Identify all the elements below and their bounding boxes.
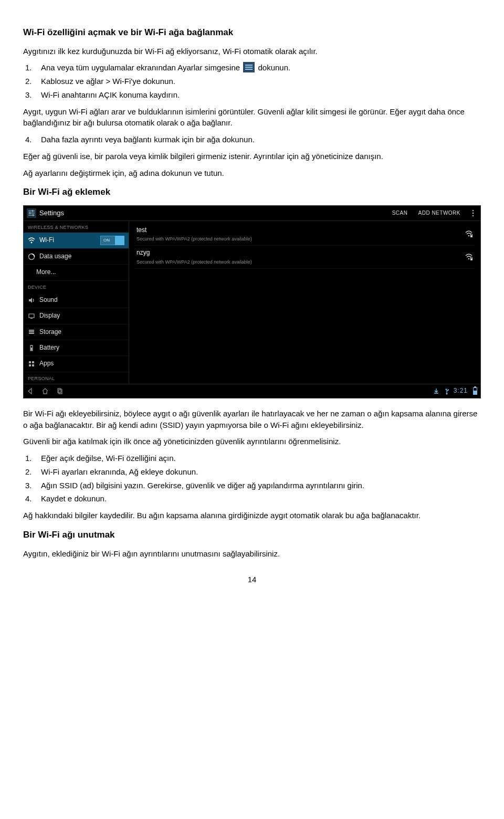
svg-rect-30 xyxy=(470,235,472,237)
svg-rect-33 xyxy=(58,388,61,393)
add-network-button[interactable]: ADD NETWORK xyxy=(413,209,466,217)
toggle-knob xyxy=(115,236,124,245)
apps-icon xyxy=(28,360,35,368)
svg-rect-1 xyxy=(245,65,253,66)
svg-marker-16 xyxy=(29,298,32,303)
network-name: test xyxy=(136,226,465,235)
sidebar-item-wifi[interactable]: Wi-Fi ON xyxy=(24,233,129,249)
svg-rect-7 xyxy=(28,215,35,216)
android-settings-screenshot: Settings SCAN ADD NETWORK WIRELESS & NET… xyxy=(23,205,481,398)
svg-rect-26 xyxy=(32,361,34,363)
step-text: Wi-Fi anahtarını AÇIK konuma kaydırın. xyxy=(41,89,481,101)
svg-rect-36 xyxy=(448,389,449,390)
step-text: Ana veya tüm uygulamalar ekranından Ayar… xyxy=(41,62,481,74)
home-icon[interactable] xyxy=(41,387,49,395)
paragraph-secure-join: Güvenli bir ağa katılmak için ilk önce a… xyxy=(23,436,481,447)
sidebar-label: Sound xyxy=(39,296,124,304)
settings-header: Settings SCAN ADD NETWORK xyxy=(24,206,480,221)
svg-point-12 xyxy=(472,213,474,214)
step-1-text-b: dokunun. xyxy=(258,63,290,72)
display-icon xyxy=(28,312,35,320)
page-number: 14 xyxy=(23,574,481,585)
category-device: DEVICE xyxy=(24,281,129,292)
svg-rect-19 xyxy=(29,330,34,331)
settings-slider-icon xyxy=(27,208,36,218)
settings-icon xyxy=(243,62,255,72)
heading-wifi-connect: Wi-Fi özelliğini açmak ve bir Wi-Fi ağa … xyxy=(23,26,481,39)
overflow-menu-icon[interactable] xyxy=(469,209,477,217)
data-usage-icon xyxy=(28,253,35,260)
wifi-secure-icon xyxy=(465,253,473,261)
svg-rect-24 xyxy=(31,348,33,351)
add-step-4: 4. Kaydet e dokunun. xyxy=(23,493,481,505)
paragraph-scan-info: Aygıt, uygun Wi-Fi ağları arar ve bulduk… xyxy=(23,106,481,129)
sidebar-item-sound[interactable]: Sound xyxy=(24,292,129,308)
step-1: 1. Ana veya tüm uygulamalar ekranından A… xyxy=(23,62,481,74)
add-step-2: 2. Wi-Fi ayarları ekranında, Ağ ekleye d… xyxy=(23,466,481,478)
svg-rect-32 xyxy=(470,258,472,260)
sidebar-label: Storage xyxy=(39,328,124,337)
scan-button[interactable]: SCAN xyxy=(387,209,413,217)
intro-paragraph: Aygıtınızı ilk kez kurduğunuzda bir Wi-F… xyxy=(23,46,481,57)
network-security-label: Secured with WPA/WPA2 (protected network… xyxy=(136,236,465,243)
sidebar-label: Wi-Fi xyxy=(39,236,100,245)
step-number: 4. xyxy=(23,134,41,145)
step-text: Kablosuz ve ağlar > Wi-Fi'ye dokunun. xyxy=(41,76,481,87)
category-wireless: WIRELESS & NETWORKS xyxy=(24,221,129,233)
sound-icon xyxy=(28,297,35,304)
settings-sidebar: WIRELESS & NETWORKS Wi-Fi ON Data usage … xyxy=(24,221,129,384)
sidebar-item-storage[interactable]: Storage xyxy=(24,324,129,340)
paragraph-saved-info: Ağ hakkındaki bilgiler kaydedilir. Bu ağ… xyxy=(23,510,481,521)
status-clock: 3:21 xyxy=(454,386,468,395)
step-text: Ağın SSID (ad) bilgisini yazın. Gerekirs… xyxy=(41,480,481,491)
svg-point-13 xyxy=(472,215,474,217)
svg-rect-34 xyxy=(59,390,62,394)
sidebar-item-more[interactable]: More... xyxy=(24,265,129,280)
svg-rect-20 xyxy=(29,331,34,332)
wifi-secure-icon xyxy=(465,230,473,238)
svg-rect-5 xyxy=(28,211,35,212)
wifi-toggle[interactable]: ON xyxy=(100,236,124,245)
step-number: 1. xyxy=(23,62,41,74)
sidebar-item-display[interactable]: Display xyxy=(24,308,129,324)
svg-point-11 xyxy=(472,210,474,212)
svg-point-14 xyxy=(31,242,33,244)
category-personal: PERSONAL xyxy=(24,372,129,384)
svg-rect-3 xyxy=(245,69,253,70)
step-number: 2. xyxy=(23,466,41,478)
recent-icon[interactable] xyxy=(56,387,64,395)
sidebar-item-battery[interactable]: Battery xyxy=(24,340,129,356)
step-text: Eğer açık değilse, Wi-Fi özelliğini açın… xyxy=(41,453,481,464)
sidebar-label: Apps xyxy=(39,359,124,368)
heading-add-network: Bir Wi-Fi ağ eklemek xyxy=(23,186,481,199)
step-text: Wi-Fi ayarları ekranında, Ağ ekleye doku… xyxy=(41,466,481,478)
storage-icon xyxy=(28,328,35,335)
sidebar-label: More... xyxy=(36,268,124,277)
step-number: 1. xyxy=(23,453,41,464)
svg-rect-21 xyxy=(29,333,34,334)
network-item-nzyg[interactable]: nzyg Secured with WPA/WPA2 (protected ne… xyxy=(134,246,475,268)
svg-rect-25 xyxy=(29,361,31,363)
svg-rect-10 xyxy=(33,214,34,216)
svg-rect-9 xyxy=(29,212,30,214)
network-name: nzyg xyxy=(136,248,465,257)
step-number: 3. xyxy=(23,89,41,101)
step-number: 4. xyxy=(23,493,41,505)
svg-point-31 xyxy=(468,258,470,259)
network-security-label: Secured with WPA/WPA2 (protected network… xyxy=(136,259,465,266)
step-4: 4. Daha fazla ayrıntı veya bağlantı kurm… xyxy=(23,134,481,145)
sidebar-label: Data usage xyxy=(39,252,124,261)
svg-rect-23 xyxy=(31,345,32,346)
back-icon[interactable] xyxy=(27,387,34,395)
network-item-test[interactable]: test Secured with WPA/WPA2 (protected ne… xyxy=(134,223,475,246)
download-icon xyxy=(433,387,440,395)
system-navbar: 3:21 xyxy=(24,384,480,398)
add-step-1: 1. Eğer açık değilse, Wi-Fi özelliğini a… xyxy=(23,453,481,464)
settings-title: Settings xyxy=(39,208,387,218)
paragraph-add-info: Bir Wi-Fi ağı ekleyebilirsiniz, böylece … xyxy=(23,408,481,431)
sidebar-item-apps[interactable]: Apps xyxy=(24,356,129,372)
usb-icon xyxy=(443,387,450,395)
sidebar-item-data-usage[interactable]: Data usage xyxy=(24,249,129,265)
paragraph-forget-info: Aygıtın, eklediğiniz bir Wi-Fi ağın ayrı… xyxy=(23,548,481,560)
network-list: test Secured with WPA/WPA2 (protected ne… xyxy=(129,221,480,384)
